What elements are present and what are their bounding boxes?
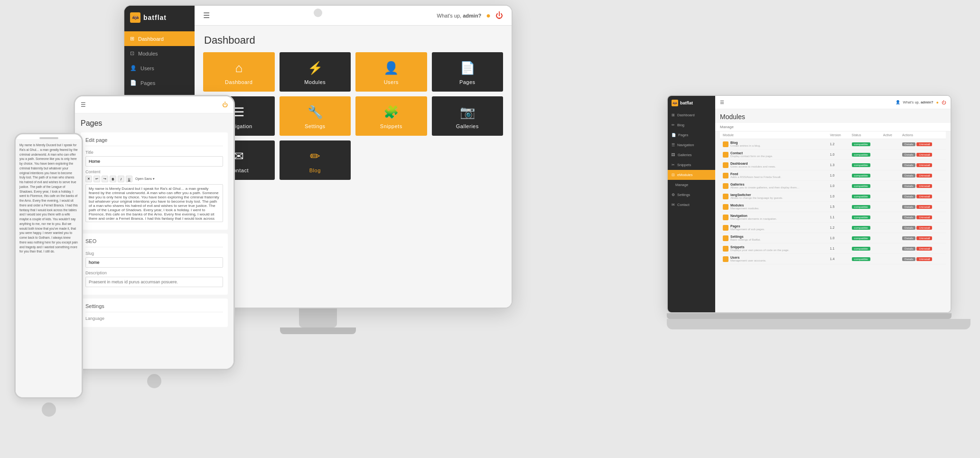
- cell-status: compatible: [849, 181, 880, 191]
- uninstall-button[interactable]: Uninstall: [916, 174, 932, 178]
- cell-active: [880, 233, 899, 243]
- laptop-notification-icon[interactable]: ●: [936, 100, 939, 105]
- details-button[interactable]: Details: [902, 153, 915, 157]
- cell-active: [880, 202, 899, 212]
- uninstall-button[interactable]: Uninstall: [916, 247, 932, 251]
- card-settings[interactable]: 🔧 Settings: [280, 96, 351, 136]
- tablet-home-button[interactable]: [147, 374, 161, 388]
- empty-card-1: [355, 140, 427, 180]
- details-button[interactable]: Details: [902, 236, 915, 240]
- card-blog[interactable]: ✏ Blog: [280, 140, 351, 180]
- details-button[interactable]: Details: [902, 205, 915, 209]
- details-button[interactable]: Details: [902, 247, 915, 251]
- details-button[interactable]: Details: [902, 226, 915, 230]
- notification-icon[interactable]: ●: [486, 11, 491, 20]
- toolbar-undo-btn[interactable]: ↩: [93, 176, 100, 182]
- cell-module: langSwitcher Allows to change the langua…: [720, 191, 827, 202]
- uninstall-button[interactable]: Uninstall: [916, 257, 932, 261]
- uninstall-button[interactable]: Uninstall: [916, 215, 932, 219]
- uninstall-button[interactable]: Uninstall: [916, 184, 932, 188]
- tablet-slug-input[interactable]: [85, 257, 223, 268]
- ls-nav-snippets[interactable]: ✂Snippets: [668, 160, 715, 170]
- laptop-hamburger-icon[interactable]: ☰: [720, 100, 724, 105]
- ls-nav-manage[interactable]: Manage: [668, 180, 715, 190]
- cell-module: Pages Management of sub pages.: [720, 223, 827, 233]
- cell-version: 1.2: [827, 223, 849, 233]
- ls-nav-contact[interactable]: ✉Contact: [668, 200, 715, 210]
- ls-nav-galleries[interactable]: 🖼Galleries: [668, 150, 715, 160]
- details-button[interactable]: Details: [902, 163, 915, 167]
- table-row: Settings Basic settings of Batflat. 1.0 …: [720, 233, 946, 243]
- toolbar-redo-btn[interactable]: ↪: [102, 176, 108, 182]
- ls-nav-modules[interactable]: ⊡eModules: [668, 170, 715, 180]
- tablet-content-label: Content: [85, 169, 223, 174]
- ls-galleries-icon: 🖼: [672, 153, 675, 157]
- phone-home-button[interactable]: [42, 402, 56, 417]
- card-users[interactable]: 👤 Users: [355, 52, 427, 92]
- monitor-base: [280, 327, 356, 334]
- uninstall-button[interactable]: Uninstall: [916, 142, 932, 146]
- card-modules[interactable]: ⚡ Modules: [280, 52, 351, 92]
- ls-settings-icon: ⚙: [672, 193, 675, 197]
- hamburger-icon[interactable]: ☰: [203, 11, 210, 20]
- toolbar-bold-btn[interactable]: B: [110, 176, 116, 182]
- sidebar-item-modules[interactable]: ⊡ Modules: [124, 46, 195, 61]
- ls-nav-navigation[interactable]: ☰Navigation: [668, 140, 715, 150]
- ls-nav-dashboard[interactable]: ⊞Dashboard: [668, 110, 715, 120]
- ls-nav-settings[interactable]: ⚙Settings: [668, 190, 715, 200]
- font-selector[interactable]: Open Sans ▾: [134, 177, 156, 181]
- uninstall-button[interactable]: Uninstall: [916, 153, 932, 157]
- cell-active: [880, 150, 899, 160]
- laptop-greeting: What's up, admin?: [903, 100, 933, 104]
- sidebar-item-dashboard[interactable]: ⊞ Dashboard: [124, 31, 195, 46]
- uninstall-button[interactable]: Uninstall: [916, 195, 932, 198]
- scene: 🦇 batflat ⊞ Dashboard ⊡ Modules: [0, 0, 980, 458]
- dashboard-card-label: Dashboard: [225, 79, 252, 85]
- tablet-description-input[interactable]: [85, 277, 223, 287]
- details-button[interactable]: Details: [902, 184, 915, 188]
- tablet-content-area[interactable]: My name is Merely Ducard but I speak for…: [85, 184, 223, 222]
- cell-version: 1.0: [827, 170, 849, 181]
- uninstall-button[interactable]: Uninstall: [916, 226, 932, 230]
- uninstall-button[interactable]: Uninstall: [916, 163, 932, 167]
- cell-status: compatible: [849, 150, 880, 160]
- ls-nav-pages[interactable]: 📄Pages: [668, 130, 715, 140]
- table-row: Galleries Allows you to create galleries…: [720, 181, 946, 191]
- snippets-card-label: Snippets: [380, 123, 402, 129]
- card-dashboard[interactable]: ⌂ Dashboard: [203, 52, 275, 92]
- toolbar-italic-btn[interactable]: I: [118, 176, 124, 182]
- tablet-hamburger-icon[interactable]: ☰: [81, 102, 86, 108]
- tablet-title-input[interactable]: [85, 156, 223, 167]
- users-card-label: Users: [384, 79, 399, 85]
- uninstall-button[interactable]: Uninstall: [916, 205, 932, 209]
- toolbar-underline-btn[interactable]: U: [126, 176, 132, 182]
- cell-actions: Details Uninstall: [899, 160, 946, 170]
- table-row: Snippets Displays your own pieces of cod…: [720, 243, 946, 254]
- cell-version: 1.1: [827, 243, 849, 254]
- tablet-power-icon[interactable]: ⏻: [222, 102, 228, 108]
- ls-nav-blog[interactable]: ✏Blog: [668, 120, 715, 130]
- laptop-power-icon[interactable]: ⏻: [942, 100, 946, 105]
- toolbar-close-btn[interactable]: ✕: [85, 176, 92, 182]
- card-snippets[interactable]: 🧩 Snippets: [355, 96, 427, 136]
- col-status: Status: [849, 131, 880, 139]
- details-button[interactable]: Details: [902, 195, 915, 198]
- users-card-icon: 👤: [383, 61, 399, 75]
- details-button[interactable]: Details: [902, 215, 915, 219]
- laptop-table-container: Module Version Status Active Actions: [715, 131, 951, 264]
- cell-actions: Details Uninstall: [899, 150, 946, 160]
- details-button[interactable]: Details: [902, 142, 915, 146]
- details-button[interactable]: Details: [902, 174, 915, 178]
- card-galleries[interactable]: 📷 Galleries: [432, 96, 504, 136]
- cell-module: Users Management user accounts.: [720, 254, 827, 264]
- sidebar-item-users[interactable]: 👤 Users: [124, 61, 195, 75]
- cell-version: 1.0: [827, 181, 849, 191]
- card-pages[interactable]: 📄 Pages: [432, 52, 504, 92]
- power-icon[interactable]: ⏻: [495, 11, 503, 20]
- tablet-seo-section: SEO Slug Description: [81, 234, 228, 295]
- col-actions: Actions: [899, 131, 946, 139]
- uninstall-button[interactable]: Uninstall: [916, 236, 932, 240]
- details-button[interactable]: Details: [902, 257, 915, 261]
- sidebar-item-pages[interactable]: 📄 Pages: [124, 75, 195, 90]
- cell-version: 1.4: [827, 254, 849, 264]
